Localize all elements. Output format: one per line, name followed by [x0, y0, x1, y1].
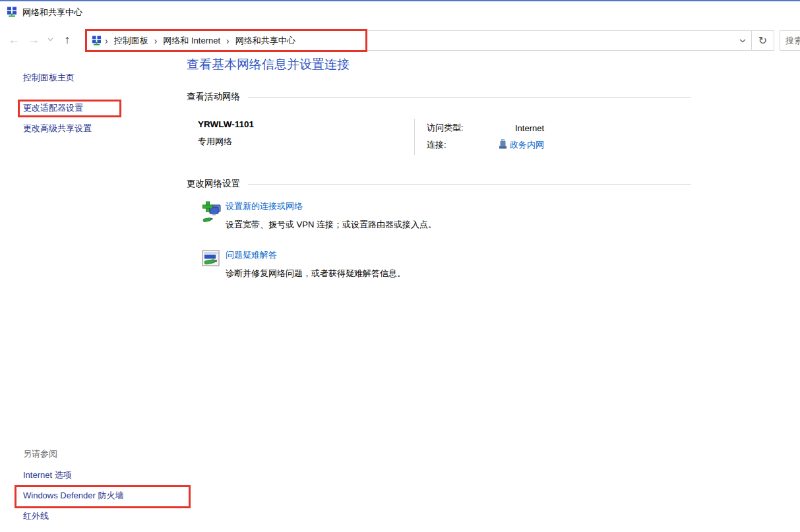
see-also-header: 另请参阅 — [23, 449, 123, 459]
network-center-icon — [7, 7, 17, 19]
breadcrumb-control-panel[interactable]: 控制面板 — [109, 35, 154, 47]
refresh-button[interactable]: ↻ — [751, 31, 774, 50]
connection-label: 连接: — [427, 139, 499, 151]
title-bar: 网络和共享中心 — [0, 1, 800, 24]
address-breadcrumb[interactable]: › 控制面板 › 网络和 Internet › 网络和共享中心 — [87, 31, 734, 50]
sidebar-item-advanced-sharing[interactable]: 更改高级共享设置 — [23, 123, 92, 134]
search-box[interactable] — [780, 30, 800, 51]
main-content: 查看基本网络信息并设置连接 查看活动网络 YRWLW-1101 专用网络 访问类… — [187, 57, 691, 279]
section-change-network-settings: 更改网络设置 — [187, 178, 691, 190]
network-profile: 专用网络 — [198, 136, 414, 147]
task-description: 设置宽带、拨号或 VPN 连接；或设置路由器或接入点。 — [226, 220, 437, 230]
section-title: 查看活动网络 — [187, 91, 240, 103]
breadcrumb-separator-icon: › — [226, 36, 230, 46]
troubleshoot-icon — [202, 250, 222, 279]
breadcrumb-network-sharing-center[interactable]: 网络和共享中心 — [230, 35, 301, 47]
window-title: 网络和共享中心 — [22, 7, 82, 18]
section-view-active-networks: 查看活动网络 — [187, 91, 691, 103]
forward-button[interactable]: → — [24, 34, 44, 45]
address-dropdown-chevron-icon[interactable] — [734, 31, 751, 50]
connection-link[interactable]: 政务内网 — [510, 139, 544, 151]
network-name: YRWLW-1101 — [198, 119, 414, 130]
access-type-value: Internet — [499, 123, 544, 133]
breadcrumb-network-internet[interactable]: 网络和 Internet — [158, 35, 226, 47]
task-troubleshoot: 问题疑难解答 诊断并修复网络问题，或者获得疑难解答信息。 — [202, 250, 691, 279]
access-type-label: 访问类型: — [427, 122, 499, 134]
sidebar-item-control-panel-home[interactable]: 控制面板主页 — [23, 73, 92, 83]
breadcrumb-separator-icon: › — [104, 36, 109, 46]
recent-pages-chevron-icon[interactable] — [44, 38, 57, 42]
task-link-troubleshoot[interactable]: 问题疑难解答 — [226, 250, 277, 260]
see-also-internet-options[interactable]: Internet 选项 — [23, 470, 123, 481]
section-rule — [248, 97, 691, 98]
breadcrumb-separator-icon: › — [154, 36, 158, 46]
section-rule — [248, 184, 691, 185]
sidebar-item-change-adapter[interactable]: 更改适配器设置 — [23, 103, 92, 113]
task-description: 诊断并修复网络问题，或者获得疑难解答信息。 — [226, 268, 406, 279]
network-center-icon-small — [92, 36, 102, 45]
network-sharing-center-window: 网络和共享中心 ← → ↑ › 控制面板 › 网 — [0, 0, 800, 532]
up-button[interactable]: ↑ — [57, 34, 78, 45]
active-network-block: YRWLW-1101 专用网络 访问类型: Internet 连接: — [187, 119, 691, 155]
back-button[interactable]: ← — [4, 34, 24, 45]
page-title: 查看基本网络信息并设置连接 — [187, 57, 691, 73]
see-also-infrared[interactable]: 红外线 — [23, 511, 123, 521]
sidebar: 控制面板主页 更改适配器设置 更改高级共享设置 — [23, 73, 92, 134]
search-input[interactable] — [780, 31, 800, 50]
address-bar[interactable]: › 控制面板 › 网络和 Internet › 网络和共享中心 ↻ — [86, 30, 774, 51]
ethernet-icon — [499, 139, 507, 151]
see-also-windows-defender-firewall[interactable]: Windows Defender 防火墙 — [23, 490, 123, 501]
task-setup-new-connection: 设置新的连接或网络 设置宽带、拨号或 VPN 连接；或设置路由器或接入点。 — [202, 201, 691, 230]
task-link-setup-new-connection[interactable]: 设置新的连接或网络 — [226, 201, 303, 212]
new-connection-icon — [202, 201, 222, 230]
see-also-panel: 另请参阅 Internet 选项 Windows Defender 防火墙 红外… — [23, 449, 123, 531]
task-list: 设置新的连接或网络 设置宽带、拨号或 VPN 连接；或设置路由器或接入点。 — [187, 201, 691, 279]
section-title: 更改网络设置 — [187, 178, 240, 190]
